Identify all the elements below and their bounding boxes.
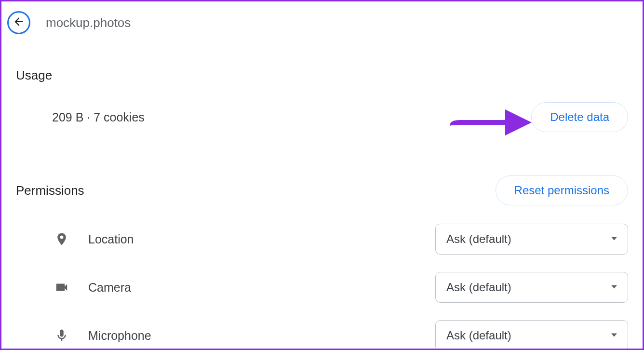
select-value: Ask (default)	[446, 281, 511, 294]
select-value: Ask (default)	[446, 329, 511, 342]
permission-label: Location	[88, 232, 134, 246]
camera-icon	[54, 280, 69, 295]
location-icon	[54, 232, 69, 246]
permission-select-microphone[interactable]: Ask (default)	[435, 320, 628, 350]
permission-label: Camera	[88, 281, 131, 295]
permission-row-location: Location Ask (default)	[16, 215, 628, 263]
chevron-down-icon	[611, 283, 617, 292]
arrow-left-icon	[13, 15, 25, 30]
permission-select-camera[interactable]: Ask (default)	[435, 272, 628, 303]
chevron-down-icon	[611, 331, 617, 340]
select-value: Ask (default)	[446, 232, 511, 246]
usage-data-text: 209 B · 7 cookies	[52, 110, 145, 124]
permissions-heading: Permissions	[16, 183, 84, 198]
permission-row-camera: Camera Ask (default)	[16, 263, 628, 311]
permission-label-group: Microphone	[54, 328, 151, 343]
permission-row-microphone: Microphone Ask (default)	[16, 311, 628, 350]
permission-select-location[interactable]: Ask (default)	[435, 224, 628, 255]
chevron-down-icon	[611, 235, 617, 243]
microphone-icon	[54, 328, 69, 343]
site-title: mockup.photos	[46, 15, 131, 30]
permission-label-group: Location	[54, 232, 134, 246]
reset-permissions-button[interactable]: Reset permissions	[496, 175, 628, 205]
back-button[interactable]	[7, 11, 30, 34]
permission-label-group: Camera	[54, 280, 131, 295]
usage-row: 209 B · 7 cookies Delete data	[1, 102, 643, 132]
permissions-list: Location Ask (default) Camera Ask (defau…	[1, 205, 643, 350]
delete-data-button[interactable]: Delete data	[531, 102, 628, 132]
header: mockup.photos	[1, 1, 643, 44]
usage-heading: Usage	[1, 68, 643, 83]
permission-label: Microphone	[88, 329, 151, 343]
permissions-heading-row: Permissions Reset permissions	[1, 175, 643, 205]
